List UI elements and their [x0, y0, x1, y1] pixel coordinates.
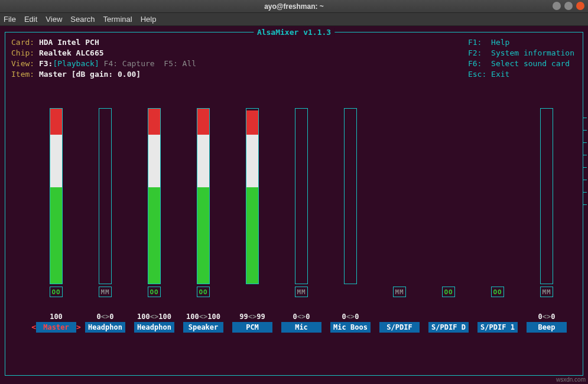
- volume-bar[interactable]: [344, 108, 357, 284]
- window-title: ayo@freshman: ~: [0, 2, 588, 11]
- app-title: AlsaMixer v1.1.3: [254, 28, 334, 37]
- volume-value: 100<>100: [137, 313, 171, 321]
- card-label: Card:: [11, 38, 34, 47]
- view-label: View:: [11, 59, 34, 68]
- view-playback[interactable]: [Playback]: [53, 59, 99, 68]
- item-label: Item:: [11, 70, 34, 79]
- close-button[interactable]: [576, 2, 584, 10]
- terminal[interactable]: AlsaMixer v1.1.3 Card: HDA Intel PCH Chi…: [0, 26, 588, 384]
- mute-indicator[interactable]: OO: [50, 287, 63, 297]
- alsamixer-frame: AlsaMixer v1.1.3 Card: HDA Intel PCH Chi…: [5, 32, 583, 376]
- item-value: Master [dB gain: 0.00]: [39, 70, 141, 79]
- help-f2-text: System information: [491, 48, 574, 57]
- volume-value: 0<>0: [538, 313, 555, 321]
- channel-master-0[interactable]: OO100<Master>: [36, 108, 76, 333]
- minimize-button[interactable]: [553, 2, 561, 10]
- volume-bar[interactable]: [540, 108, 553, 284]
- channel-s-pdif-d-8[interactable]: OO S/PDIF D: [428, 108, 469, 333]
- volume-bar[interactable]: [99, 108, 112, 284]
- mute-indicator[interactable]: MM: [99, 287, 112, 297]
- help-esc-text: Exit: [491, 70, 509, 79]
- channel-name: Speaker: [183, 322, 223, 333]
- channel-headphon-2[interactable]: OO100<>100Headphon: [134, 108, 174, 333]
- volume-value: [397, 313, 401, 321]
- mute-indicator[interactable]: MM: [295, 287, 308, 297]
- menu-file[interactable]: File: [4, 15, 16, 24]
- mute-indicator[interactable]: OO: [442, 287, 455, 297]
- volume-bar[interactable]: [246, 108, 259, 284]
- volume-value: 0<>0: [342, 313, 359, 321]
- volume-value: 100: [50, 313, 63, 321]
- channel-mic-5[interactable]: MM0<>0Mic: [281, 108, 321, 333]
- mixer-area: OO100<Master>MM0<>0HeadphonOO100<>100Hea…: [5, 108, 583, 375]
- channel-headphon-1[interactable]: MM0<>0Headphon: [85, 108, 125, 333]
- mute-indicator[interactable]: MM: [540, 287, 553, 297]
- volume-value: 99<>99: [239, 313, 265, 321]
- view-f5[interactable]: F5: All: [164, 59, 196, 68]
- channel-name: Headphon: [85, 322, 125, 333]
- help-f6-key: F6:: [468, 59, 482, 68]
- volume-value: 0<>0: [293, 313, 310, 321]
- volume-bar[interactable]: [197, 108, 210, 284]
- help-block: F1: Help F2: System information F6: Sele…: [468, 37, 574, 80]
- volume-bar[interactable]: [295, 108, 308, 284]
- channel-speaker-3[interactable]: OO100<>100Speaker: [183, 108, 223, 333]
- card-name: HDA Intel PCH: [39, 38, 99, 47]
- channel-name: S/PDIF D: [428, 322, 469, 333]
- mute-indicator[interactable]: OO: [197, 287, 210, 297]
- chip-name: Realtek ALC665: [39, 48, 104, 57]
- watermark: wsxdn.com: [556, 376, 586, 383]
- mute-indicator[interactable]: OO: [148, 287, 161, 297]
- channel-mic-boos-6[interactable]: 0<>0Mic Boos: [330, 108, 371, 333]
- channel-name-selected: <Master>: [31, 321, 81, 333]
- volume-bar[interactable]: [148, 108, 161, 284]
- maximize-button[interactable]: [564, 2, 573, 10]
- volume-bar[interactable]: [50, 108, 63, 284]
- view-f4[interactable]: F4: Capture: [104, 59, 155, 68]
- info-block: Card: HDA Intel PCH Chip: Realtek ALC665…: [11, 37, 196, 80]
- channel-beep-10[interactable]: MM0<>0Beep: [527, 108, 567, 333]
- channel-name: Mic: [281, 322, 321, 333]
- chip-label: Chip:: [11, 48, 34, 57]
- help-f6-text: Select sound card: [491, 59, 570, 68]
- volume-value: 0<>0: [97, 313, 114, 321]
- help-f1-key: F1:: [468, 38, 482, 47]
- channel-s-pdif-7[interactable]: MM S/PDIF: [379, 108, 420, 333]
- volume-value: [495, 313, 499, 321]
- channel-name: Mic Boos: [330, 322, 371, 333]
- mute-indicator[interactable]: MM: [393, 287, 406, 297]
- view-f3-key[interactable]: F3:: [39, 59, 53, 68]
- menu-terminal[interactable]: Terminal: [103, 15, 132, 24]
- volume-value: [446, 313, 450, 321]
- menu-view[interactable]: View: [46, 15, 62, 24]
- help-f1-text: Help: [491, 38, 509, 47]
- channel-s-pdif-1-9[interactable]: OO S/PDIF 1: [477, 108, 518, 333]
- channel-pcm-4[interactable]: 99<>99PCM: [232, 108, 272, 333]
- menubar: File Edit View Search Terminal Help: [0, 13, 588, 26]
- mute-indicator[interactable]: OO: [491, 287, 504, 297]
- channel-name: Beep: [527, 322, 567, 333]
- help-f2-key: F2:: [468, 48, 482, 57]
- channel-name: S/PDIF 1: [477, 322, 518, 333]
- menu-edit[interactable]: Edit: [24, 15, 37, 24]
- menu-help[interactable]: Help: [141, 15, 157, 24]
- window-buttons: [553, 2, 584, 10]
- scale-ticks: [583, 118, 587, 205]
- window-titlebar: ayo@freshman: ~: [0, 0, 588, 13]
- channel-name: PCM: [232, 322, 272, 333]
- channel-name: Headphon: [134, 322, 174, 333]
- channel-name: S/PDIF: [379, 322, 420, 333]
- volume-value: 100<>100: [186, 313, 220, 321]
- help-esc-key: Esc:: [468, 70, 486, 79]
- menu-search[interactable]: Search: [70, 15, 95, 24]
